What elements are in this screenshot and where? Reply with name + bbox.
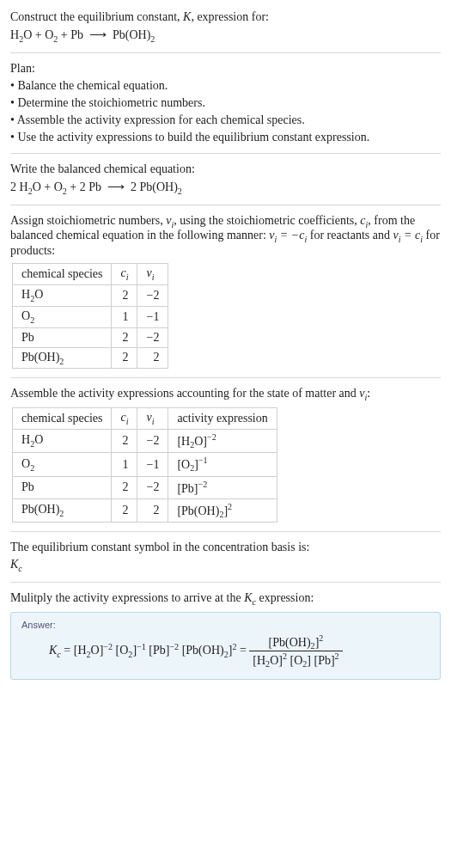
col-nui: νi [137,408,168,430]
species-cell: Pb [13,476,112,498]
c-i-symbol: ci [360,214,368,227]
species-cell: H2O [13,429,112,452]
species-cell: Pb [13,327,112,347]
table-row: Pb 2 −2 [13,327,168,347]
nui-cell: −2 [137,476,168,498]
ci-cell: 2 [112,327,137,347]
stoich-t4: for reactants and [307,229,393,241]
kc-basis-text: The equilibrium constant symbol in the c… [10,541,441,554]
intro-pre: Construct the equilibrium constant, [10,10,183,23]
species-cell: O2 [13,453,112,476]
plan-bullet-4: • Use the activity expressions to build … [10,131,441,144]
species-cell: H2O [13,284,112,306]
plan-b2-text: Determine the stoichiometric numbers. [17,96,205,109]
ci-cell: 1 [112,306,137,327]
col-ci: ci [112,408,137,430]
activity-table: chemical species ci νi activity expressi… [12,407,277,523]
activity-t2: : [367,387,370,400]
ci-cell: 2 [112,476,137,498]
activity-cell: [O2]−1 [168,453,277,476]
activity-cell: [H2O]−2 [168,429,277,452]
stoich-table: chemical species ci νi H2O 2 −2 O2 1 −1 … [12,263,168,369]
plan-bullet-1: • Balance the chemical equation. [10,79,441,93]
table-row: chemical species ci νi [13,264,168,285]
kc-symbol: Kc [10,558,441,573]
table-row: chemical species ci νi activity expressi… [13,408,277,430]
ci-cell: 2 [112,284,137,306]
activity-cell: [Pb]−2 [168,476,277,498]
plan-b1-text: Balance the chemical equation. [17,79,168,92]
nu-i-symbol: νi [359,387,367,400]
col-nui: νi [137,264,168,285]
divider [10,205,441,205]
kc-inline: Kc [244,591,256,604]
balanced-equation: 2 H2O + O2 + 2 Pb ⟶ 2 Pb(OH)2 [10,180,441,196]
unbalanced-equation: H2O + O2 + Pb ⟶ Pb(OH)2 [10,28,441,44]
ci-cell: 1 [112,453,137,476]
col-species: chemical species [13,408,112,430]
divider [10,377,441,378]
activity-cell: [Pb(OH)2]2 [168,498,277,522]
nui-cell: −2 [137,429,168,452]
table-row: Pb(OH)2 2 2 [Pb(OH)2]2 [13,498,277,522]
mult-t1: Mulitply the activity expressions to arr… [10,591,244,604]
col-ci: ci [112,264,137,285]
divider [10,153,441,154]
divider [10,582,441,583]
nui-cell: −1 [137,306,168,327]
col-activity: activity expression [168,408,277,430]
intro-line: Construct the equilibrium constant, K, e… [10,10,441,24]
balanced-heading: Write the balanced chemical equation: [10,162,441,176]
species-cell: Pb(OH)2 [13,498,112,522]
stoich-t2: , using the stoichiometric coefficients, [174,214,360,227]
multiply-text: Mulitply the activity expressions to arr… [10,591,441,607]
kc-expression: Kc = [H2O]−2 [O2]−1 [Pb]−2 [Pb(OH)2]2 = … [21,633,430,669]
plan-heading: Plan: [10,62,441,76]
table-row: H2O 2 −2 [H2O]−2 [13,429,277,452]
mult-t2: expression: [256,591,314,604]
nui-cell: −2 [137,327,168,347]
answer-label: Answer: [21,620,430,630]
col-species: chemical species [13,264,112,285]
stoich-paragraph: Assign stoichiometric numbers, νi, using… [10,214,441,259]
plan-b3-text: Assemble the activity expression for eac… [17,113,305,126]
species-cell: Pb(OH)2 [13,347,112,369]
table-row: Pb 2 −2 [Pb]−2 [13,476,277,498]
plan-bullet-2: • Determine the stoichiometric numbers. [10,96,441,110]
table-row: H2O 2 −2 [13,284,168,306]
ci-cell: 2 [112,347,137,369]
nui-cell: 2 [137,498,168,522]
plan-b4-text: Use the activity expressions to build th… [17,131,369,144]
divider [10,52,441,53]
species-cell: O2 [13,306,112,327]
nu-i-symbol: νi [166,214,174,227]
kc-fraction: [Pb(OH)2]2 [H2O]2 [O2] [Pb]2 [249,633,342,669]
table-row: Pb(OH)2 2 2 [13,347,168,369]
nui-cell: 2 [137,347,168,369]
answer-box: Answer: Kc = [H2O]−2 [O2]−1 [Pb]−2 [Pb(O… [10,612,441,681]
plan-bullet-3: • Assemble the activity expression for e… [10,113,441,127]
ci-cell: 2 [112,429,137,452]
intro-post: , expression for: [191,10,269,23]
divider [10,531,441,532]
nui-cell: −1 [137,453,168,476]
ci-cell: 2 [112,498,137,522]
stoich-t1: Assign stoichiometric numbers, [10,214,166,227]
activity-paragraph: Assemble the activity expressions accoun… [10,387,441,402]
nu-eq-c: νi = ci [393,229,424,241]
nu-eq-neg-c: νi = −ci [269,229,307,241]
table-row: O2 1 −1 [13,306,168,327]
nui-cell: −2 [137,284,168,306]
activity-t1: Assemble the activity expressions accoun… [10,387,359,400]
k-symbol: K [183,10,191,23]
table-row: O2 1 −1 [O2]−1 [13,453,277,476]
